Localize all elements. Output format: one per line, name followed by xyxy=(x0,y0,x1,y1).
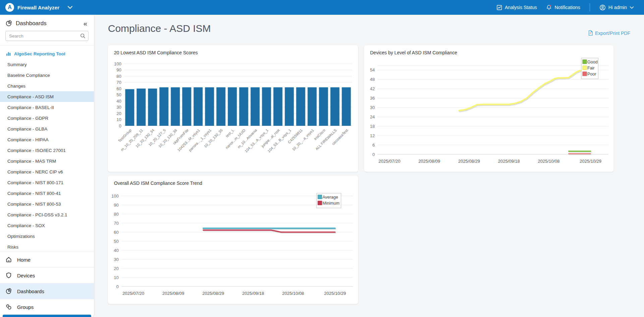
svg-text:2025/07/20: 2025/07/20 xyxy=(122,291,144,296)
algosec-logo-icon: A xyxy=(5,3,14,12)
sidebar-item-compliance-nist-800-41[interactable]: Compliance - NIST 800-41 xyxy=(0,188,94,199)
svg-text:2025/08/09: 2025/08/09 xyxy=(162,291,184,296)
svg-text:40: 40 xyxy=(117,99,121,104)
brand-chevron-down-icon[interactable] xyxy=(67,6,73,9)
devices-by-level-card: Devices by Level of ASD ISM Compliance 0… xyxy=(364,45,613,172)
sidebar-nav-groups[interactable]: Groups xyxy=(0,299,94,315)
svg-text:2025/10/29: 2025/10/29 xyxy=(324,291,346,296)
chart-title: 20 Lowest ASD ISM Compliance Scores xyxy=(114,50,198,55)
svg-text:70: 70 xyxy=(114,221,119,226)
svg-text:20: 20 xyxy=(117,111,121,116)
sidebar-collapse-button[interactable]: « xyxy=(81,20,89,27)
svg-text:30: 30 xyxy=(370,105,375,110)
notifications-label: Notifications xyxy=(554,5,580,10)
sidebar-item-changes[interactable]: Changes xyxy=(0,81,94,91)
sidebar-nav-home[interactable]: Home xyxy=(0,252,94,267)
top-nav: Analysis Status Notifications Hi admin xyxy=(496,3,634,11)
analysis-status-button[interactable]: Analysis Status xyxy=(496,5,537,10)
home-icon xyxy=(5,256,12,263)
svg-text:Minimum: Minimum xyxy=(323,201,340,206)
sidebar-item-compliance-hipaa[interactable]: Compliance - HIPAA xyxy=(0,134,94,145)
svg-text:2025/09/18: 2025/09/18 xyxy=(242,291,264,296)
svg-text:2025/08/29: 2025/08/29 xyxy=(458,159,480,164)
sidebar-menu: AlgoSec Reporting Tool SummaryBaseline C… xyxy=(0,45,94,252)
svg-text:100: 100 xyxy=(114,61,121,66)
sidebar-item-compliance-glba[interactable]: Compliance - GLBA xyxy=(0,123,94,134)
search-icon[interactable] xyxy=(80,33,86,39)
sidebar-item-compliance-nerc-cip-v6[interactable]: Compliance - NERC CIP v6 xyxy=(0,166,94,177)
main-content: Compliance - ASD ISM Export/Print PDF 20… xyxy=(94,15,644,317)
svg-text:50: 50 xyxy=(114,239,119,244)
bar-chart-icon xyxy=(6,51,11,56)
sidebar-item-compliance-nist-800-53[interactable]: Compliance - NIST 800-53 xyxy=(0,199,94,209)
sidebar-item-compliance-pci-dss-v3-2-1[interactable]: Compliance - PCI-DSS v3.2.1 xyxy=(0,209,94,220)
svg-text:2025/07/20: 2025/07/20 xyxy=(378,159,400,164)
export-print-pdf-button[interactable]: Export/Print PDF xyxy=(588,30,630,36)
app-brand[interactable]: A Firewall Analyzer xyxy=(5,3,73,12)
user-avatar-icon xyxy=(599,4,606,11)
svg-text:2025/10/08: 2025/10/08 xyxy=(538,159,560,164)
sidebar-item-compliance-iso-iec-27001[interactable]: Compliance - ISO/IEC 27001 xyxy=(0,145,94,156)
analysis-status-label: Analysis Status xyxy=(505,5,537,10)
svg-text:2025/08/09: 2025/08/09 xyxy=(418,159,440,164)
svg-text:90: 90 xyxy=(114,203,119,208)
sidebar-item-summary[interactable]: Summary xyxy=(0,59,94,70)
svg-text:60: 60 xyxy=(117,86,121,91)
svg-text:test_L: test_L xyxy=(225,128,235,138)
sidebar-item-compliance-basel-ii[interactable]: Compliance - BASEL-II xyxy=(0,102,94,113)
sidebar-nav-dashboards[interactable]: Dashboards xyxy=(0,283,94,299)
svg-text:50: 50 xyxy=(117,92,121,97)
sidebar-item-compliance-asd-ism[interactable]: Compliance - ASD ISM xyxy=(0,91,94,102)
page-title: Compliance - ASD ISM xyxy=(108,23,211,34)
svg-text:30: 30 xyxy=(117,105,121,110)
svg-text:48: 48 xyxy=(370,77,375,82)
user-greeting: Hi admin xyxy=(608,5,627,10)
svg-text:ALL FIREWALLS: ALL FIREWALLS xyxy=(314,128,337,151)
chart-title: Overall ASD ISM Compliance Score Trend xyxy=(114,180,202,186)
svg-text:100: 100 xyxy=(111,194,119,199)
sidebar-item-compliance-gdpr[interactable]: Compliance - GDPR xyxy=(0,113,94,123)
svg-text:30: 30 xyxy=(114,257,119,262)
svg-text:54: 54 xyxy=(370,67,375,72)
export-print-pdf-label: Export/Print PDF xyxy=(595,31,630,36)
svg-text:24: 24 xyxy=(370,114,375,119)
sidebar-item-baseline-compliance[interactable]: Baseline Compliance xyxy=(0,70,94,81)
svg-text:0: 0 xyxy=(116,284,119,289)
sidebar-item-risks[interactable]: Risks xyxy=(0,242,94,252)
search-input[interactable] xyxy=(5,31,89,41)
user-menu[interactable]: Hi admin xyxy=(599,4,634,11)
sidebar-bottom-nav: HomeDevicesDashboardsGroups xyxy=(0,252,94,317)
svg-text:0: 0 xyxy=(372,152,375,157)
svg-text:2025/09/18: 2025/09/18 xyxy=(498,159,520,164)
sidebar-item-compliance-mas-trm[interactable]: Compliance - MAS TRM xyxy=(0,156,94,166)
notifications-button[interactable]: Notifications xyxy=(546,4,580,10)
svg-text:60: 60 xyxy=(114,230,119,235)
svg-text:2025/08/29: 2025/08/29 xyxy=(202,291,224,296)
svg-text:m_10...Aovania: m_10...Aovania xyxy=(237,128,258,149)
svg-text:20: 20 xyxy=(114,266,119,271)
svg-text:10: 10 xyxy=(117,117,121,122)
sidebar: Dashboards « AlgoSec Reporting Tool Summ… xyxy=(0,15,94,317)
score-trend-card: Overall ASD ISM Compliance Score Trend 0… xyxy=(108,176,358,304)
sidebar-item-algosec-reporting-tool[interactable]: AlgoSec Reporting Tool xyxy=(0,48,94,59)
bell-icon xyxy=(546,4,552,10)
svg-text:10_20_...a_vsys1: 10_20_...a_vsys1 xyxy=(291,128,314,151)
svg-text:Average: Average xyxy=(323,195,338,200)
sidebar-nav-devices[interactable]: Devices xyxy=(0,267,94,283)
sidebar-item-compliance-sox[interactable]: Compliance - SOX xyxy=(0,220,94,231)
svg-text:40: 40 xyxy=(114,248,119,253)
sidebar-item-optimizations[interactable]: Optimizations xyxy=(0,231,94,242)
sidebar-header: Dashboards « xyxy=(0,15,94,30)
sidebar-nav-label: Dashboards xyxy=(17,288,44,294)
sidebar-item-compliance-nist-800-171[interactable]: Compliance - NIST 800-171 xyxy=(0,177,94,188)
svg-text:18: 18 xyxy=(370,124,375,129)
shield-icon xyxy=(5,272,12,279)
analysis-status-icon xyxy=(496,5,502,10)
svg-text:2025/10/08: 2025/10/08 xyxy=(282,291,304,296)
svg-text:42: 42 xyxy=(370,86,375,91)
pie-chart-icon xyxy=(5,20,12,27)
score-trend-line-chart: 01020304050607080901002025/07/202025/08/… xyxy=(108,176,358,304)
top-bar: A Firewall Analyzer Analysis Status Noti… xyxy=(0,0,644,15)
svg-text:nanor...m_UUID: nanor...m_UUID xyxy=(225,128,246,150)
svg-text:36: 36 xyxy=(370,96,375,101)
